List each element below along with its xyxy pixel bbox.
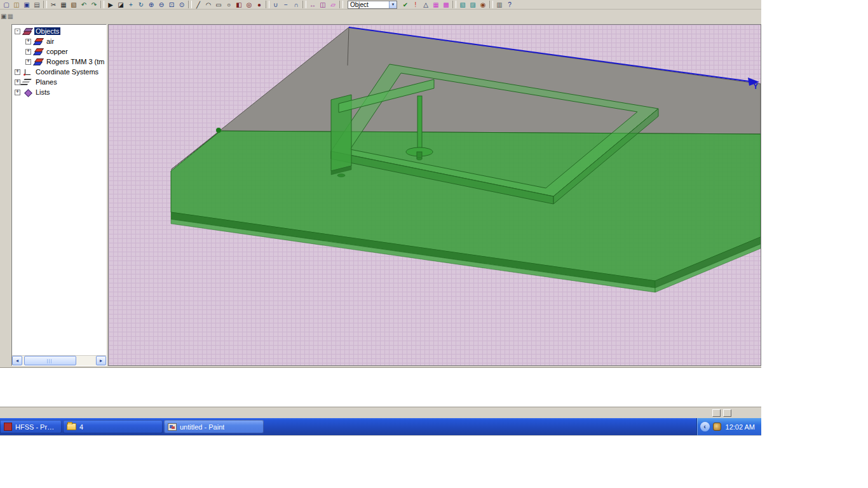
lower-strip	[0, 407, 761, 418]
toolbar-separator	[339, 1, 343, 8]
tree-item[interactable]: + Rogers TMM 3 (tm	[12, 57, 106, 67]
toolbar-icon-validate[interactable]: ✔	[400, 1, 410, 9]
toolbar-icon-undo[interactable]: ↶	[79, 1, 89, 9]
side-toolbar-icon-grid-visibility[interactable]: ▦	[7, 13, 13, 20]
toolbar-icon-intersect[interactable]: ∩	[291, 1, 301, 9]
toolbar-icon-radiation[interactable]: ◉	[478, 1, 488, 9]
toolbar-icon-field-overlays[interactable]: ▩	[441, 1, 451, 9]
taskbar-clock: 12:02 AM	[724, 423, 755, 431]
tree-expander-icon[interactable]: -	[15, 29, 20, 34]
toolbar-icon-unite[interactable]: ∪	[271, 1, 281, 9]
tree-item-label: Planes	[34, 78, 58, 86]
object-type-combobox[interactable]: Object ▼	[348, 1, 397, 9]
toolbar-icon-draw-line[interactable]: ╱	[193, 1, 203, 9]
toolbar-icon-zoom-in[interactable]: ⊕	[146, 1, 156, 9]
toolbar-icon-duplicate-mirror[interactable]: ◫	[318, 1, 328, 9]
tree-item-icon	[22, 68, 32, 76]
task-buttons: HFSS - Project... 4 untitled - Paint	[0, 418, 264, 435]
chevron-down-icon[interactable]: ▼	[389, 1, 397, 8]
toolbar-icon-results-plot[interactable]: ▦	[431, 1, 441, 9]
task-icon	[4, 423, 12, 431]
toolbar-icon-save[interactable]: ▣	[22, 1, 32, 9]
tree-expander-icon[interactable]: +	[15, 79, 20, 85]
toolbar-icon-draw-ellipse[interactable]: ○	[224, 1, 234, 9]
toolbar-icon-open-project[interactable]: ◫	[11, 1, 22, 9]
tree-item[interactable]: + copper	[12, 46, 106, 57]
toolbar-separator	[266, 1, 269, 8]
tree-expander-icon[interactable]: +	[25, 59, 31, 65]
toolbar-icon-analyze[interactable]: !	[410, 1, 421, 9]
toolbar-icon-redo[interactable]: ↷	[89, 1, 99, 9]
modeler-viewport[interactable]: Y	[108, 24, 761, 366]
toolbar-icon-measure[interactable]: ▱	[328, 1, 338, 9]
task-label: untitled - Paint	[180, 423, 224, 431]
task-icon	[67, 423, 76, 430]
feed-probe[interactable]	[417, 96, 422, 151]
task-label: 4	[79, 423, 83, 431]
toolbar-icon-pan[interactable]: +	[126, 1, 136, 9]
tree-expander-icon[interactable]: +	[15, 69, 20, 75]
toolbar-separator	[188, 1, 192, 8]
toolbar-icon-paste[interactable]: ▧	[69, 1, 79, 9]
window-button-icon[interactable]	[723, 409, 731, 417]
workspace: - Objects + air + copper + Rogers TMM 3 …	[0, 24, 761, 366]
tree-expander-icon[interactable]: +	[15, 90, 20, 95]
scroll-left-icon[interactable]: ◂	[12, 356, 22, 365]
toolbar-icon-new-project[interactable]: ▢	[1, 1, 11, 9]
toolbar-separator	[489, 1, 493, 8]
tree-item-icon	[33, 48, 43, 56]
toolbar-icon-cut[interactable]: ✂	[48, 1, 58, 9]
vertex-marker[interactable]	[216, 128, 221, 133]
scroll-right-icon[interactable]: ▸	[96, 356, 106, 365]
tree-item-icon	[22, 78, 32, 86]
history-tree-panel: - Objects + air + copper + Rogers TMM 3 …	[11, 24, 107, 366]
tree-item-label: Rogers TMM 3 (tm	[45, 58, 105, 65]
toolbar-icon-draw-cylinder[interactable]: ◎	[244, 1, 254, 9]
side-toolbar-icon-restore-window[interactable]: ▣	[1, 13, 6, 20]
taskbar-button[interactable]: untitled - Paint	[164, 420, 264, 433]
toolbar-icon-draw-box[interactable]: ◧	[234, 1, 244, 9]
toolbar-icon-optimetrics[interactable]: △	[421, 1, 431, 9]
toolbar-icon-mesh-operations[interactable]: ▨	[468, 1, 478, 9]
toolbar-right-group: ✔!△▦▩▧▨◉▥?	[400, 1, 515, 9]
tree-item-icon	[22, 88, 32, 97]
y-axis-label: Y	[753, 82, 758, 91]
toolbar-icon-window-cascade[interactable]: ▥	[494, 1, 505, 9]
taskbar-button[interactable]: HFSS - Project...	[0, 420, 62, 433]
toolbar-icon-copy[interactable]: ▦	[58, 1, 69, 9]
window-button-icon[interactable]	[712, 409, 721, 417]
toolbar-icon-draw-sphere[interactable]: ●	[254, 1, 264, 9]
task-label: HFSS - Project...	[15, 423, 58, 431]
tree-item[interactable]: + Coordinate Systems	[12, 67, 106, 77]
toolbar-icon-select-face[interactable]: ◪	[116, 1, 126, 9]
toolbar-icon-draw-spline[interactable]: ◠	[203, 1, 214, 9]
tree-item[interactable]: - Objects	[12, 26, 106, 36]
tree-expander-icon[interactable]: +	[25, 39, 31, 44]
tree-item[interactable]: + air	[12, 36, 106, 46]
tree-item[interactable]: + Lists	[12, 87, 106, 97]
toolbar-icon-print[interactable]: ▤	[32, 1, 42, 9]
tray-chevron-icon[interactable]: ‹	[700, 422, 710, 431]
toolbar-icon-subtract[interactable]: −	[281, 1, 291, 9]
toolbar-left-group: ▢◫▣▤✂▦▧↶↷▶◪+↻⊕⊖⊡⊙╱◠▭○◧◎●∪−∩↔◫▱	[1, 1, 344, 9]
toolbar-icon-help[interactable]: ?	[505, 1, 515, 9]
toolbar-icon-select-object[interactable]: ▶	[105, 1, 116, 9]
toolbar-icon-zoom-out[interactable]: ⊖	[156, 1, 166, 9]
toolbar-icon-zoom-window[interactable]: ⊡	[166, 1, 177, 9]
scrollbar-track[interactable]	[23, 356, 95, 365]
tree-expander-icon[interactable]: +	[25, 49, 31, 55]
toolbar-icon-move[interactable]: ↔	[308, 1, 318, 9]
tree-horizontal-scrollbar[interactable]: ◂ ▸	[12, 355, 106, 365]
message-window	[0, 367, 761, 407]
model-scene: Y	[109, 25, 761, 365]
taskbar-button[interactable]: 4	[63, 420, 163, 433]
tray-search-icon[interactable]	[713, 423, 721, 431]
tree-item[interactable]: + Planes	[12, 77, 106, 87]
toolbar-icon-draw-rect[interactable]: ▭	[214, 1, 224, 9]
tree-item-label: Coordinate Systems	[34, 68, 100, 76]
tree-item-icon	[22, 27, 32, 36]
toolbar-icon-boundaries[interactable]: ▧	[458, 1, 468, 9]
scrollbar-thumb[interactable]	[24, 356, 76, 365]
toolbar-icon-fit-all[interactable]: ⊙	[177, 1, 187, 9]
toolbar-icon-rotate-view[interactable]: ↻	[136, 1, 146, 9]
